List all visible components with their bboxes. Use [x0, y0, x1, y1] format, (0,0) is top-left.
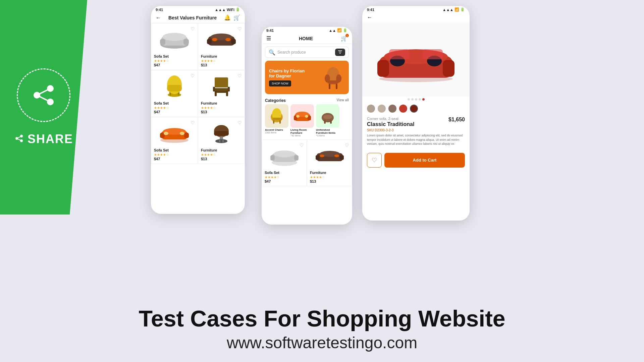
category-name-accent: Accent Chairs [265, 128, 288, 131]
wishlist-heart-5[interactable]: ♡ [191, 120, 195, 125]
category-name-unfinished: Unfinished Furniture Items [316, 128, 339, 134]
shop-now-button[interactable]: SHOP NOW [269, 80, 291, 86]
product-card[interactable]: ♡ Furniture ★★★★☆ $13 [198, 70, 245, 117]
wishlist-heart-1[interactable]: ♡ [191, 26, 195, 32]
svg-point-19 [212, 38, 217, 41]
banner-text: Chairs by Florian for Dagner SHOP NOW [269, 68, 305, 86]
cart-icon-2[interactable]: 🛒1 [341, 35, 347, 42]
share-panel: SHARE [0, 0, 87, 215]
product-card[interactable]: ♡ Furniture ★★★★☆ $13 [198, 23, 245, 70]
dot-4[interactable] [419, 98, 421, 101]
svg-rect-77 [316, 155, 320, 160]
wishlist-heart-3[interactable]: ♡ [191, 73, 195, 78]
dot-3[interactable] [415, 98, 417, 101]
svg-line-8 [17, 136, 21, 138]
banner-line2: for Dagner [269, 73, 305, 78]
svg-rect-36 [184, 133, 189, 138]
banner-chair-illustration [321, 62, 345, 93]
category-img-living [290, 104, 314, 128]
phone-best-values: 9:41 ▲▲▲ WiFi 🔋 ← Best Values Furniture … [151, 6, 245, 214]
swatch-red[interactable] [399, 105, 407, 113]
back-arrow-1[interactable]: ← [156, 15, 161, 21]
svg-point-38 [164, 132, 168, 135]
product-detail-info: Corner sofa, 2-seat Classic Traditional … [362, 115, 470, 148]
wishlist-heart-2[interactable]: ♡ [237, 26, 242, 32]
product-price: $13 [201, 63, 242, 67]
product-card[interactable]: ♡ Sofa Set ★★★★☆ $47 [151, 23, 198, 70]
view-all-link[interactable]: View all [336, 98, 349, 103]
phone-product-detail: 9:41 ▲▲▲ 📶 🔋 ← [362, 6, 470, 221]
main-title: Test Cases For Shopping Website [139, 305, 505, 331]
featured-sofa[interactable]: ♡ Sofa Set ★★★★☆ $47 [262, 139, 307, 186]
svg-point-55 [336, 74, 341, 82]
product-price-f1: $47 [265, 179, 304, 183]
share-svg-icon [30, 82, 57, 109]
sub-url: www.softwaretestingo.com [227, 334, 417, 352]
product-detail-name: Classic Traditional [367, 121, 414, 127]
swatch-dark-red[interactable] [410, 105, 418, 113]
svg-rect-30 [216, 91, 226, 93]
share-circle-icon [17, 68, 70, 122]
bell-icon[interactable]: 🔔 [224, 14, 231, 21]
status-time-1: 9:41 [156, 8, 163, 12]
dot-5-active[interactable] [422, 98, 425, 101]
wishlist-button[interactable]: ♡ [367, 153, 382, 168]
category-grid: Accent Chairs 1500 items Living Room Fur… [262, 104, 352, 137]
svg-point-75 [274, 150, 295, 157]
svg-point-66 [305, 115, 308, 118]
phone2-header: ☰ HOME 🛒1 [262, 33, 352, 44]
featured-furniture[interactable]: ♡ Furniture ★★★★☆ $13 [307, 139, 352, 186]
wishlist-heart-6[interactable]: ♡ [237, 120, 242, 125]
product-name-f2: Furniture [310, 171, 349, 175]
product-stars: ★★★★☆ [201, 153, 242, 157]
category-accent-chairs[interactable]: Accent Chairs 1500 items [265, 104, 288, 137]
svg-rect-25 [167, 85, 182, 92]
product-name: Furniture [201, 148, 242, 152]
dot-2[interactable] [411, 98, 414, 101]
svg-line-9 [17, 138, 21, 141]
image-dots [362, 96, 470, 103]
product-img-orange-sofa [154, 120, 195, 147]
svg-rect-58 [272, 118, 282, 120]
dot-1[interactable] [408, 98, 410, 101]
svg-line-3 [37, 88, 50, 95]
wishlist-heart-4[interactable]: ♡ [237, 73, 242, 78]
product-name: Furniture [201, 101, 242, 105]
category-living-room[interactable]: Living Room Furniture 742 items [290, 104, 314, 137]
swatch-tan[interactable] [378, 105, 386, 113]
product-img-yellow-chair [154, 73, 195, 100]
svg-rect-89 [389, 49, 409, 59]
svg-rect-32 [228, 87, 230, 92]
svg-line-4 [37, 95, 50, 102]
filter-button[interactable] [335, 49, 345, 56]
status-icons-1: ▲▲▲ WiFi 🔋 [215, 7, 240, 12]
status-time-3: 9:41 [367, 8, 374, 12]
swatch-beige[interactable] [367, 105, 375, 113]
search-bar[interactable]: 🔍 Search produce [265, 47, 349, 58]
product-card[interactable]: ♡ Sofa Set ★★★★☆ $47 [151, 70, 198, 117]
product-detail-image [362, 22, 470, 96]
category-unfinished[interactable]: Unfinished Furniture Items 53 items [316, 104, 339, 137]
product-card[interactable]: ♡ Sofa Set ★★★★☆ $47 [151, 117, 198, 164]
product-price: $47 [154, 63, 195, 67]
wishlist-heart-7[interactable]: ♡ [300, 142, 304, 148]
product-stars: ★★★★☆ [201, 106, 242, 110]
cart-icon[interactable]: 🛒 [233, 14, 240, 21]
category-count-living: 742 items [290, 134, 314, 137]
search-icon: 🔍 [269, 49, 275, 56]
share-label-row: SHARE [14, 132, 73, 146]
categories-header: Categories View all [262, 96, 352, 104]
svg-rect-84 [377, 60, 389, 77]
add-to-cart-button[interactable]: Add to Cart [384, 153, 465, 168]
promo-banner[interactable]: Chairs by Florian for Dagner SHOP NOW [265, 61, 349, 94]
menu-icon[interactable]: ☰ [266, 35, 271, 42]
back-arrow-3[interactable]: ← [367, 14, 372, 20]
bottom-section: Test Cases For Shopping Website www.soft… [0, 295, 644, 362]
swatch-brown[interactable] [388, 105, 396, 113]
product-card[interactable]: ♡ Furniture ★★★★☆ $13 [198, 117, 245, 164]
wishlist-heart-8[interactable]: ♡ [345, 142, 349, 148]
svg-rect-44 [219, 140, 220, 142]
header-icons-1: 🔔 🛒 [224, 14, 240, 21]
phone2-title: HOME [299, 36, 313, 41]
svg-point-54 [325, 74, 330, 82]
